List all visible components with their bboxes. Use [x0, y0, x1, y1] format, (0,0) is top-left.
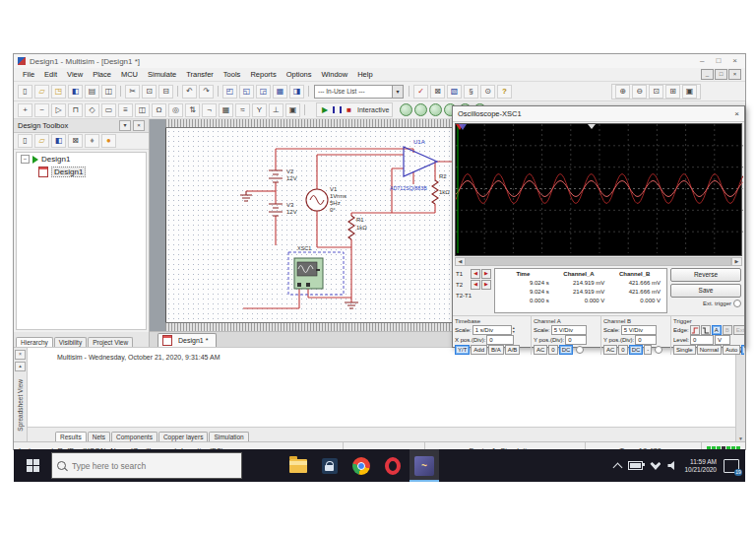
spreadsheet-close-icon[interactable]: × — [15, 350, 26, 360]
mdi-restore-icon[interactable]: □ — [715, 69, 727, 80]
menu-help[interactable]: Help — [352, 70, 377, 79]
toggle-simulation-panel-icon[interactable]: ◲ — [256, 85, 271, 99]
channel-b-coupling-ac-button[interactable]: AC — [603, 345, 617, 355]
spreadsheet-tab-nets[interactable]: Nets — [88, 432, 110, 441]
place-connector-icon[interactable]: ⊥ — [269, 103, 284, 117]
trigger-mode-normal-button[interactable]: Normal — [697, 345, 722, 355]
timebase-scale-spinner[interactable]: ▴▾ — [513, 326, 515, 334]
menu-view[interactable]: View — [62, 70, 88, 79]
channel-a-radio[interactable] — [576, 346, 584, 354]
menu-tools[interactable]: Tools — [219, 70, 246, 79]
title-bar[interactable]: Design1 - Multisim - [Design1 *] – □ × — [14, 54, 745, 68]
spreadsheet-tab-results[interactable]: Results — [55, 432, 87, 441]
oscilloscope-close-icon[interactable]: × — [734, 109, 739, 118]
menu-mcu[interactable]: MCU — [116, 70, 143, 79]
run-simulation-icon[interactable]: ▶ — [322, 104, 328, 116]
oscilloscope-instrument[interactable] — [288, 252, 344, 295]
pause-simulation-icon[interactable] — [333, 106, 342, 113]
close-icon[interactable]: × — [732, 56, 737, 66]
menu-edit[interactable]: Edit — [39, 70, 62, 79]
redo-icon[interactable]: ↷ — [199, 85, 214, 99]
minimize-icon[interactable]: – — [700, 56, 704, 66]
place-misc-icon[interactable]: ¬ — [202, 103, 217, 117]
oscilloscope-window[interactable]: Oscilloscope-XSC1 × ◀ ▶ T1 ◀ ▶ T2 ◀ ▶ — [452, 105, 745, 348]
action-center-icon[interactable]: 19 — [724, 459, 739, 473]
battery-v2[interactable] — [269, 170, 283, 182]
delete-design-icon[interactable]: ♦ — [85, 134, 99, 148]
close-design-icon[interactable]: ⊠ — [68, 134, 83, 148]
place-rf-icon[interactable]: ≈ — [235, 103, 250, 117]
scroll-right-icon[interactable]: ▶ — [731, 258, 741, 265]
tab-hierarchy[interactable]: Hierarchy — [16, 337, 53, 347]
place-power-icon[interactable]: ⇅ — [185, 103, 200, 117]
ext-trigger-radio[interactable] — [733, 300, 741, 307]
menu-transfer[interactable]: Transfer — [181, 70, 219, 79]
place-advanced-peripherals-icon[interactable]: ▦ — [219, 103, 233, 117]
place-cmos-icon[interactable]: ≡ — [118, 103, 133, 117]
menu-place[interactable]: Place — [88, 70, 116, 79]
start-button[interactable] — [14, 449, 51, 482]
copy-icon[interactable]: ⊡ — [142, 85, 157, 99]
zoom-sheet-icon[interactable]: ▣ — [682, 85, 697, 99]
in-use-list-combo[interactable]: --- In-Use List ---▾ — [314, 85, 404, 99]
timebase-mode-add-button[interactable]: Add — [471, 345, 487, 355]
trigger-level-unit[interactable]: V — [715, 335, 730, 345]
spreadsheet-scrollbar[interactable]: ▲ ▼ — [735, 348, 745, 441]
place-analog-icon[interactable]: ◇ — [85, 103, 99, 117]
place-source-icon[interactable]: + — [18, 103, 32, 117]
menu-reports[interactable]: Reports — [245, 70, 281, 79]
menu-options[interactable]: Options — [282, 70, 317, 79]
opamp-u1a[interactable] — [404, 147, 437, 176]
t2-left-icon[interactable]: ◀ — [471, 280, 480, 290]
voltage-probe-icon[interactable] — [400, 103, 412, 116]
place-diode-icon[interactable]: ▷ — [51, 103, 66, 117]
open-design-icon[interactable]: ▱ — [34, 134, 49, 148]
resistor-r2[interactable] — [432, 180, 438, 204]
oscilloscope-title-bar[interactable]: Oscilloscope-XSC1 × — [453, 106, 744, 122]
mdi-close-icon[interactable]: × — [728, 69, 741, 80]
menu-window[interactable]: Window — [317, 70, 353, 79]
grapher-icon[interactable]: ▧ — [447, 85, 462, 99]
help-icon[interactable]: ? — [497, 85, 512, 99]
taskbar-icon-chrome[interactable] — [346, 449, 376, 482]
toggle-spreadsheet-view-icon[interactable]: ◱ — [239, 85, 254, 99]
channel-b-coupling-0-button[interactable]: 0 — [618, 345, 627, 355]
t1-left-icon[interactable]: ◀ — [471, 269, 480, 279]
falling-edge-icon[interactable] — [701, 325, 711, 335]
zoom-in-icon[interactable]: ⊕ — [615, 85, 630, 99]
tab-design1[interactable]: Design1 * — [158, 333, 217, 347]
current-probe-icon[interactable] — [414, 103, 427, 116]
stop-simulation-icon[interactable]: ■ — [346, 104, 351, 116]
battery-v3[interactable] — [269, 204, 283, 216]
place-electromechanical-icon[interactable]: Y — [252, 103, 267, 117]
oscilloscope-scrollbar[interactable]: ◀ ▶ — [455, 257, 742, 266]
timebase-mode-a-b-button[interactable]: A/B — [505, 345, 521, 355]
zoom-out-icon[interactable]: ⊖ — [632, 85, 647, 99]
timebase-mode-b-a-button[interactable]: B/A — [488, 345, 504, 355]
trigger-source-a-button[interactable]: A — [712, 325, 722, 335]
toggle-grapher-icon[interactable]: ▦ — [273, 85, 287, 99]
print-preview-icon[interactable]: ◫ — [101, 85, 116, 99]
tree-item-design-root[interactable]: − Design1 — [17, 153, 146, 166]
combo-dropdown-icon[interactable]: ▾ — [392, 86, 403, 98]
mdi-minimize-icon[interactable]: _ — [701, 69, 714, 80]
place-misc-digital-icon[interactable]: ◫ — [135, 103, 150, 117]
print-icon[interactable]: ▤ — [85, 85, 99, 99]
erc-check-icon[interactable]: ✓ — [413, 85, 428, 99]
tab-visibility[interactable]: Visibility — [54, 337, 87, 347]
open-file-icon[interactable]: ▱ — [34, 85, 49, 99]
channel-a-scale-value[interactable]: 5 V/Div — [551, 325, 587, 335]
channel-b-coupling-item-button[interactable]: - — [644, 345, 652, 355]
taskbar-icon-multisim[interactable]: ~ — [410, 449, 439, 482]
battery-icon[interactable] — [628, 461, 643, 470]
new-design-icon[interactable]: ▯ — [18, 134, 32, 148]
channel-a-coupling-ac-button[interactable]: AC — [534, 345, 547, 355]
tree-child-label[interactable]: Design1 — [51, 167, 86, 177]
menu-file[interactable]: File — [18, 70, 39, 79]
timebase-scale-value[interactable]: 1 s/Div — [472, 325, 512, 335]
channel-b-ypos-value[interactable]: 0 — [635, 335, 657, 345]
scrollbar-thumb[interactable] — [466, 258, 731, 265]
trigger-source-b-button[interactable]: B — [723, 325, 732, 335]
panel-dock-icon[interactable]: ▾ — [119, 120, 131, 131]
wires[interactable] — [243, 149, 453, 308]
